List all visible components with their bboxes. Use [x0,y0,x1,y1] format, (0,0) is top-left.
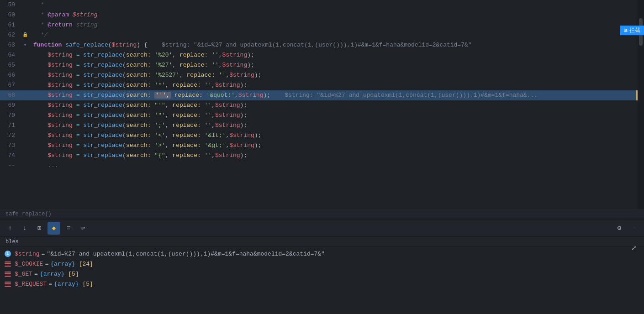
code-line-64: 64 $string = str_replace(search: '%20', … [0,50,644,60]
code-line-truncated: -- ... [0,161,644,171]
var-icon-request [4,280,12,288]
toolbar-btn-up[interactable]: ↑ [4,222,16,235]
circle-i-icon: i [5,251,11,257]
list-icon-request [5,281,11,287]
var-items: i $string = "&id=%27 and updatexml(1,con… [0,247,644,291]
panel-title: bles [5,239,19,245]
code-lines: 59 * 60 * @param $string 61 * @return st… [0,0,644,171]
badge-icon: ≋ [624,26,628,34]
code-line-60: 60 * @param $string [0,10,644,20]
var-icon-cookie [4,260,12,268]
bottom-toolbar: ↑ ↓ ⊞ ◆ ≡ ⇌ ⚙ − ⤢ [0,219,644,236]
var-item-string[interactable]: i $string = "&id=%27 and updatexml(1,con… [0,249,644,259]
variables-panel: bles i $string = "&id=%27 and updatexml(… [0,236,644,291]
code-line-66: 66 $string = str_replace(search: '%2527'… [0,70,644,80]
code-line-71: 71 $string = str_replace(search: ';', re… [0,120,644,131]
list-icon-get [5,271,11,277]
editor-area: 59 * 60 * @param $string 61 * @return st… [0,0,644,219]
toolbar-btn-list[interactable]: ≡ [62,222,75,235]
toolbar-btn-table[interactable]: ⊞ [33,222,46,235]
code-line-62: 62 🔒 */ [0,30,644,40]
expand-panel-button[interactable]: ⤢ [628,241,640,254]
code-line-68: 68 $string = str_replace(search: ''', re… [0,90,644,100]
var-item-request[interactable]: $_REQUEST = {array} [5] [0,279,644,289]
code-line-61: 61 * @return string [0,20,644,30]
badge-label: 拦截 [629,26,640,34]
var-icon-string: i [4,250,12,258]
minimize-panel-button[interactable]: − [628,222,640,235]
breadcrumb-text: safe_replace() [5,211,52,217]
var-name-cookie: $_COOKIE [15,261,43,267]
code-line-63: 63 ▼ function safe_replace($string) { $s… [0,40,644,50]
toolbar-btn-down[interactable]: ↓ [18,222,31,235]
var-value-get: {array} [5] [40,271,79,277]
var-name-request: $_REQUEST [15,281,47,288]
gear-settings-button[interactable]: ⚙ [613,222,626,235]
var-value-string: "&id=%27 and updatexml(1,concat(1,(user(… [47,251,325,257]
code-line-69: 69 $string = str_replace(search: "'", re… [0,100,644,110]
code-line-74: 74 $string = str_replace(search: "{", re… [0,151,644,161]
code-line-70: 70 $string = str_replace(search: '"', re… [0,110,644,120]
main-layout: 59 * 60 * @param $string 61 * @return st… [0,0,644,314]
list-icon [5,261,11,267]
var-item-get[interactable]: $_GET = {array} [5] [0,269,644,279]
code-container: 59 * 60 * @param $string 61 * @return st… [0,0,644,209]
var-item-cookie[interactable]: $_COOKIE = {array} [24] [0,259,644,269]
toolbar-btn-transfer[interactable]: ⇌ [77,222,90,235]
code-line-72: 72 $string = str_replace(search: '<', re… [0,131,644,141]
breadcrumb-bar: safe_replace() [0,209,644,219]
var-value-cookie: {array} [24] [50,261,93,267]
code-line-67: 67 $string = str_replace(search: '*', re… [0,80,644,90]
var-name-get: $_GET [15,271,32,277]
code-line-65: 65 $string = str_replace(search: '%27', … [0,60,644,70]
panel-header: bles [0,237,644,247]
var-icon-get [4,270,12,278]
var-name-string: $string [15,251,40,257]
toolbar-btn-diamond[interactable]: ◆ [48,222,60,235]
top-right-badge[interactable]: ≋ 拦截 [620,26,644,35]
var-value-request: {array} [5] [54,281,93,288]
code-line-73: 73 $string = str_replace(search: '>', re… [0,141,644,151]
code-line-59: 59 * [0,0,644,10]
